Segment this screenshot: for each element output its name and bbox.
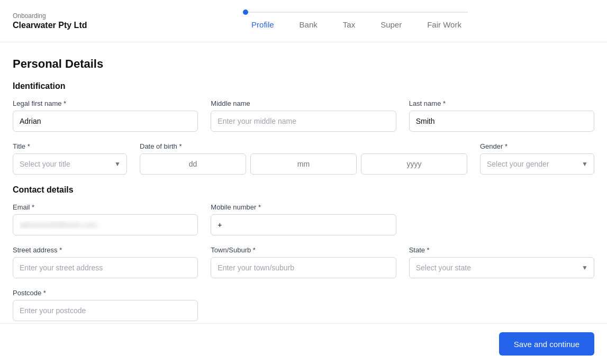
title-dob-gender-row: Title * Select your title Mr Mrs Ms Dr ▼…	[13, 142, 594, 175]
gender-select-wrapper: Select your gender Male Female Non-binar…	[480, 153, 594, 175]
postcode-label: Postcode *	[13, 289, 198, 297]
dob-label: Date of birth *	[140, 142, 467, 150]
dob-dd-input[interactable]	[140, 153, 246, 175]
tab-super[interactable]: Super	[380, 18, 402, 31]
company-name: Clearwater Pty Ltd	[13, 21, 119, 30]
mobile-label: Mobile number *	[211, 203, 396, 211]
gender-group: Gender * Select your gender Male Female …	[480, 142, 594, 175]
postcode-input[interactable]	[13, 300, 198, 321]
email-label: Email *	[13, 203, 198, 211]
postcode-group: Postcode *	[13, 289, 198, 321]
dob-yyyy-input[interactable]	[361, 153, 467, 175]
progress-dot	[243, 10, 248, 15]
identification-section: Identification Legal first name * Middle…	[13, 81, 594, 175]
town-group: Town/Suburb *	[211, 246, 396, 278]
header: Onboarding Clearwater Pty Ltd Profile Ba…	[0, 0, 607, 42]
last-name-label: Last name *	[409, 99, 594, 107]
contact-title: Contact details	[13, 185, 594, 195]
street-label: Street address *	[13, 246, 198, 254]
tab-fairwork[interactable]: Fair Work	[427, 18, 461, 31]
title-label: Title *	[13, 142, 127, 150]
dob-mm-input[interactable]	[250, 153, 357, 175]
email-group: Email *	[13, 203, 198, 235]
gender-label: Gender *	[480, 142, 594, 150]
title-select-wrapper: Select your title Mr Mrs Ms Dr ▼	[13, 153, 127, 175]
identification-title: Identification	[13, 81, 594, 91]
progress-bar	[246, 11, 468, 14]
legal-first-name-input[interactable]	[13, 111, 198, 132]
title-select[interactable]: Select your title Mr Mrs Ms Dr	[13, 153, 127, 175]
footer: Save and continue	[0, 323, 607, 364]
title-group: Title * Select your title Mr Mrs Ms Dr ▼	[13, 142, 127, 175]
nav-tabs: Profile Bank Tax Super Fair Work	[251, 18, 461, 31]
tab-tax[interactable]: Tax	[343, 18, 355, 31]
street-input[interactable]	[13, 257, 198, 278]
postcode-row: Postcode *	[13, 289, 594, 321]
tab-profile[interactable]: Profile	[251, 18, 274, 31]
town-input[interactable]	[211, 257, 396, 278]
header-left: Onboarding Clearwater Pty Ltd	[13, 12, 119, 30]
last-name-group: Last name *	[409, 99, 594, 132]
state-group: State * Select your state NSW VIC QLD WA…	[409, 246, 594, 278]
onboarding-label: Onboarding	[13, 12, 119, 20]
state-select[interactable]: Select your state NSW VIC QLD WA SA TAS …	[409, 257, 594, 278]
main-content: Personal Details Identification Legal fi…	[0, 42, 607, 364]
middle-name-input[interactable]	[211, 111, 396, 132]
mobile-group: Mobile number *	[211, 203, 396, 235]
dob-group: Date of birth *	[140, 142, 467, 175]
middle-name-label: Middle name	[211, 99, 396, 107]
page-title: Personal Details	[13, 57, 594, 71]
gender-select[interactable]: Select your gender Male Female Non-binar…	[480, 153, 594, 175]
name-row: Legal first name * Middle name Last name…	[13, 99, 594, 132]
contact-section: Contact details Email * Mobile number * …	[13, 185, 594, 321]
email-mobile-row: Email * Mobile number *	[13, 203, 594, 235]
nav-container: Profile Bank Tax Super Fair Work	[119, 11, 594, 31]
address-row: Street address * Town/Suburb * State * S…	[13, 246, 594, 278]
progress-track	[246, 12, 468, 13]
legal-first-name-group: Legal first name *	[13, 99, 198, 132]
state-label: State *	[409, 246, 594, 254]
legal-first-name-label: Legal first name *	[13, 99, 198, 107]
state-select-wrapper: Select your state NSW VIC QLD WA SA TAS …	[409, 257, 594, 278]
middle-name-group: Middle name	[211, 99, 396, 132]
mobile-input[interactable]	[211, 214, 396, 235]
tab-bank[interactable]: Bank	[300, 18, 318, 31]
save-continue-button[interactable]: Save and continue	[499, 332, 594, 356]
email-input[interactable]	[13, 214, 198, 235]
town-label: Town/Suburb *	[211, 246, 396, 254]
last-name-input[interactable]	[409, 111, 594, 132]
dob-inputs	[140, 153, 467, 175]
street-group: Street address *	[13, 246, 198, 278]
